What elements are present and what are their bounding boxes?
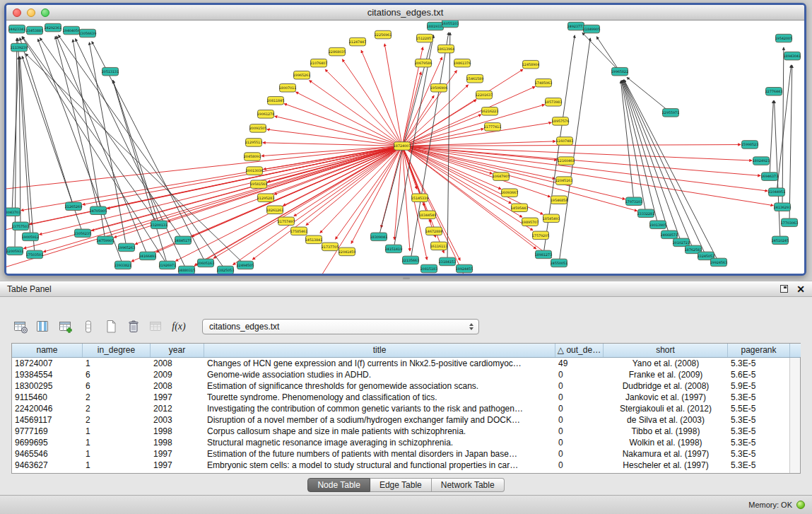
network-node[interactable]: 22776443 [765,88,782,96]
network-node[interactable]: 21757497 [278,217,295,226]
network-node[interactable]: 23056235 [74,229,91,238]
network-node[interactable]: 18007011 [279,84,296,93]
network-node[interactable]: 18943041 [784,52,801,60]
table-row[interactable]: 2242004622012Investigating the contribut… [12,403,789,414]
zoom-button[interactable] [41,8,49,17]
network-node[interactable]: 21295513 [245,139,262,147]
network-node[interactable]: 18043703 [6,208,20,216]
network-node[interactable]: 17973103 [625,197,642,206]
network-node[interactable]: 24880315 [178,266,195,274]
network-node[interactable]: 16946373 [761,173,778,181]
network-node[interactable]: 16055103 [442,21,459,28]
network-node[interactable]: 19965263 [118,243,135,252]
network-node[interactable]: 21139239 [11,43,28,52]
network-node[interactable]: 24151419 [385,245,402,253]
network-node[interactable]: 12458904 [522,60,539,69]
table-row[interactable]: 946362711997Embryonic stem cells: a mode… [12,460,789,471]
network-node[interactable]: 20605163 [197,259,214,267]
network-node[interactable]: 19965822 [611,67,628,76]
network-node[interactable]: 24510245 [772,236,789,245]
network-node[interactable]: 14513841 [305,235,322,244]
network-node[interactable]: 10647905 [493,173,510,181]
network-node[interactable]: 23056639 [79,29,96,37]
delete-table-icon[interactable] [124,318,143,335]
network-node[interactable]: 19546858 [551,196,567,204]
network-node[interactable]: 17503501 [26,250,43,259]
window-titlebar[interactable]: citations_edges.txt [6,5,804,21]
float-panel-icon[interactable] [780,285,788,293]
network-node[interactable]: 15145339 [411,194,428,202]
network-node[interactable]: 17703063 [781,218,798,227]
network-node[interactable]: 19581569 [250,180,267,189]
network-node[interactable]: 22135663 [402,256,419,264]
network-node[interactable]: 16116113 [430,242,447,250]
table-row[interactable]: 1872400712008Changes of HCN gene express… [12,358,789,369]
close-panel-icon[interactable]: ✕ [796,284,805,294]
network-node[interactable]: 12201637 [476,91,493,100]
close-button[interactable] [13,8,21,17]
network-node[interactable]: 24166491 [139,252,156,260]
network-node[interactable]: 24705905 [90,206,107,215]
network-node[interactable]: 24292361 [45,23,61,32]
network-node[interactable]: 22494505 [237,261,254,269]
network-node[interactable]: 23184153 [439,257,456,266]
network-node[interactable]: 11607483 [556,137,573,146]
network-node[interactable]: 19404056 [63,26,80,35]
network-node[interactable]: 19924455 [456,264,473,273]
network-node[interactable]: 23453885 [26,26,43,35]
network-node[interactable]: 20013036 [246,167,263,175]
network-node[interactable]: 15998523 [741,141,758,149]
network-node[interactable]: 21777411 [484,123,501,132]
network-node[interactable]: 24759905 [97,236,114,245]
network-node[interactable]: 15122857 [416,34,433,42]
network-node[interactable]: 21295283 [257,194,274,202]
column-header-out_de[interactable]: △ out_de… [555,344,604,357]
table-row[interactable]: 977716911998Corpus callosum shape and si… [12,426,789,437]
table-row[interactable]: 946554611997Estimation of the future num… [12,448,789,460]
show-columns-icon[interactable] [34,318,52,335]
network-node[interactable]: 21926971 [159,261,176,269]
network-node[interactable]: 20815183 [420,264,437,273]
tab-edge-table[interactable]: Edge Table [370,478,432,492]
network-node[interactable]: 24136293 [774,203,791,211]
table-row[interactable]: 1456911722003Disruption of a novel membe… [12,414,789,426]
column-header-in_degree[interactable]: in_degree [83,344,151,357]
network-node[interactable]: 18545493 [543,214,560,223]
network-node[interactable]: 19013905 [649,221,666,229]
network-node[interactable]: 20458091 [244,153,261,161]
table-row[interactable]: 1830029562008Estimation of significance … [12,380,789,392]
network-node[interactable]: 24845175 [175,236,192,245]
network-node[interactable]: 23825053 [217,266,234,274]
minimize-button[interactable] [27,8,35,17]
column-header-year[interactable]: year [151,344,204,357]
network-node[interactable]: 21737705 [322,243,339,251]
network-node[interactable]: 24550051 [551,259,567,267]
network-node[interactable]: 22005931 [6,247,23,255]
network-node[interactable]: 18261261 [266,206,283,214]
network-node[interactable]: 20091505 [249,124,266,133]
network-node[interactable]: 19924563 [710,258,727,267]
table-selector-dropdown[interactable]: citations_edges.txt [202,319,479,334]
network-node[interactable]: 22041459 [339,247,355,256]
tab-node-table[interactable]: Node Table [307,478,370,492]
network-node[interactable]: 17485063 [535,78,552,87]
network-node[interactable]: 20811845 [267,97,284,105]
network-node[interactable]: 22955971 [662,109,679,117]
network-node[interactable]: 18724007 [394,142,411,151]
network-node[interactable]: 24423341 [8,25,25,33]
network-node[interactable]: 22045163 [555,177,572,185]
network-node[interactable]: 18024923 [753,157,770,165]
table-row[interactable]: 1938455462009Genome-wide association stu… [12,369,789,380]
table-row[interactable]: 911546021997Tourette syndrome. Phenomeno… [12,392,789,403]
network-node[interactable]: 19506906 [430,84,447,93]
network-node[interactable]: 16216223 [481,107,498,116]
network-node[interactable]: 19005912 [22,233,39,241]
network-node[interactable]: 23757503 [12,222,29,230]
table-mode-icon[interactable] [11,318,30,335]
column-header-title[interactable]: title [204,344,555,357]
network-node[interactable]: 18309041 [370,233,387,241]
network-node[interactable]: 21247447 [349,37,366,46]
network-node[interactable]: 17579205 [532,231,549,240]
new-table-icon[interactable] [102,318,120,335]
panel-splitter[interactable] [0,276,812,281]
